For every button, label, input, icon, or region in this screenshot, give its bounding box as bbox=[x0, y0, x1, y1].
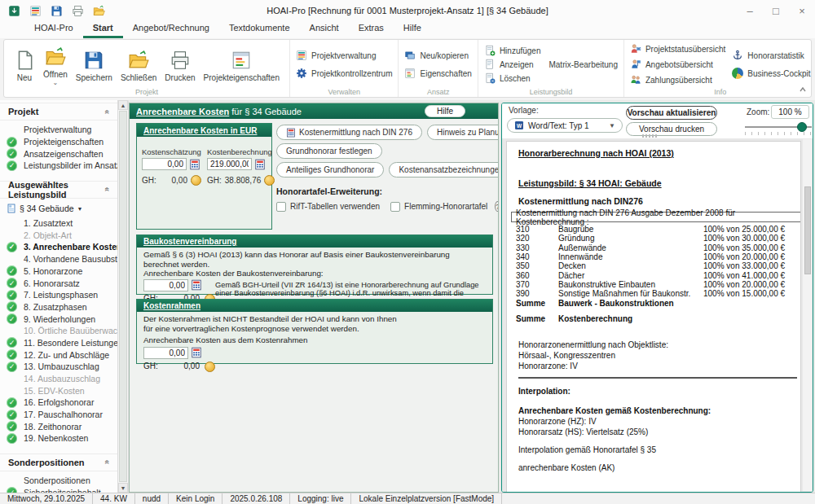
sidebar-item[interactable]: ✓ 9. Wiederholungen bbox=[0, 313, 117, 325]
coin-icon[interactable] bbox=[205, 362, 215, 372]
coin-icon[interactable] bbox=[191, 175, 201, 186]
sidebar-item[interactable]: ✓ 5. Honorarzone bbox=[0, 265, 117, 278]
sidebar-item[interactable]: ✓ 7. Leistungsphasen bbox=[0, 289, 117, 301]
collapse-icon[interactable]: « bbox=[104, 187, 112, 192]
sidebar-item[interactable]: ✓ 11. Besondere Leistungen bbox=[0, 337, 117, 349]
scroll-down-button[interactable]: ▼ bbox=[118, 483, 128, 493]
menu-item[interactable]: Extras bbox=[349, 21, 394, 38]
close-button[interactable]: × bbox=[789, 1, 815, 20]
matrix-bearbeitung-button[interactable]: Matrix-Bearbeitung bbox=[548, 60, 617, 69]
rift-tabellen-checkbox[interactable] bbox=[276, 202, 286, 212]
preview-scrollbar[interactable] bbox=[803, 139, 812, 491]
calculator-icon[interactable] bbox=[191, 279, 202, 291]
sidebar-section-header[interactable]: Ausgewähltes Leistungsbild « bbox=[0, 181, 117, 199]
anteiliges-grundhonorar-button[interactable]: Anteiliges Grundhonorar bbox=[276, 162, 384, 177]
sidebar-item[interactable]: ✓ 3. Anrechenbare Kosten bbox=[0, 241, 117, 253]
cost-code: 390 bbox=[516, 289, 558, 298]
menu-item[interactable]: Angebot/Rechnung bbox=[123, 21, 219, 38]
menu-item[interactable]: Hilfe bbox=[394, 21, 431, 38]
zahlungsuebersicht-button[interactable]: Zahlungsübersicht bbox=[630, 74, 725, 85]
eigenschaften-button[interactable]: Eigenschaften bbox=[404, 68, 471, 79]
angebotsuebersicht-button[interactable]: Angebotsübersicht bbox=[630, 59, 725, 70]
hilfe-button[interactable]: Hilfe bbox=[425, 105, 465, 117]
help-icon[interactable]: ? bbox=[495, 201, 498, 212]
menu-item[interactable]: Textdokumente bbox=[219, 21, 300, 38]
menu-item[interactable]: HOAI-Pro bbox=[24, 21, 83, 38]
sidebar-item[interactable]: ✓ 19. Nebenkosten bbox=[0, 432, 117, 445]
drucken-button[interactable]: Drucken bbox=[161, 47, 199, 82]
anzeigen-button[interactable]: Anzeigen bbox=[484, 59, 541, 70]
kostenermittlung-din276-button[interactable]: Kostenermittlung nach DIN 276 bbox=[276, 125, 422, 140]
speichern-button[interactable]: Speichern bbox=[72, 47, 117, 82]
sidebar-item[interactable]: ✓ 16. Erfolgshonorar bbox=[0, 397, 117, 409]
kostenschaetzung-input[interactable] bbox=[142, 158, 187, 170]
menu-item[interactable]: Start bbox=[83, 21, 123, 38]
maximize-button[interactable]: □ bbox=[763, 1, 789, 20]
calculator-icon[interactable] bbox=[191, 347, 202, 358]
sidebar-item[interactable]: ✓ Projektverwaltung bbox=[0, 124, 117, 136]
oeffnen-button[interactable]: Öffnen⌄ bbox=[39, 44, 72, 85]
collapse-icon[interactable]: « bbox=[104, 109, 112, 114]
ribbon-collapse-button[interactable] bbox=[799, 85, 807, 94]
sidebar-item[interactable]: ✓ Sicherheitseinbehalt bbox=[0, 487, 117, 493]
zoom-slider[interactable] bbox=[745, 126, 812, 128]
print-icon[interactable] bbox=[72, 5, 84, 17]
coin-icon[interactable] bbox=[264, 175, 275, 186]
schliessen-button[interactable]: Schließen bbox=[117, 47, 161, 82]
projektkontrollzentrum-button[interactable]: Projektkontrollzentrum bbox=[296, 68, 392, 79]
sidebar-item[interactable]: ✓ Projekteigenschaften bbox=[0, 136, 117, 148]
loeschen-button[interactable]: Löschen bbox=[484, 72, 541, 84]
minimize-button[interactable]: – bbox=[737, 1, 763, 20]
sidebar-leistungsbild-root[interactable]: § 34 Gebäude ▼ bbox=[0, 202, 117, 216]
zoom-slider-thumb[interactable] bbox=[797, 122, 807, 132]
projektverwaltung-button[interactable]: Projektverwaltung bbox=[296, 50, 392, 61]
sidebar-item[interactable]: ✓ Sonderpositionen bbox=[0, 475, 117, 487]
kostenansatzbezeichnungen-button[interactable]: Kostenansatzbezeichnungen bbox=[389, 162, 498, 177]
menu-item[interactable]: Ansicht bbox=[300, 21, 349, 38]
sidebar-item[interactable]: ✓ 8. Zusatzphasen bbox=[0, 301, 117, 313]
hinweis-planungsaenderungen-button[interactable]: Hinweis zu Planungsänderungen bbox=[427, 125, 498, 140]
kostenberechnung-input[interactable] bbox=[207, 158, 252, 170]
splitter-grip[interactable] bbox=[642, 134, 657, 138]
flemming-honorartafel-checkbox[interactable] bbox=[390, 202, 400, 212]
sidebar-item[interactable]: ✓ 6. Honorarsatz bbox=[0, 277, 117, 289]
sidebar-item[interactable]: ✓ 17. Pauschalhonorar bbox=[0, 409, 117, 421]
neu-button[interactable]: Neu bbox=[10, 47, 39, 82]
business-cockpit-button[interactable]: Business-Cockpit bbox=[732, 68, 810, 79]
sidebar-item[interactable]: ✓ Leistungsbilder im Ansatz bbox=[0, 160, 117, 172]
vorlage-dropdown[interactable]: Word/Text: Typ 1 ▼ bbox=[507, 118, 623, 133]
sidebar-item[interactable]: ✓ 2. Objekt-Art bbox=[0, 229, 117, 241]
sidebar-item[interactable]: ✓ 10. Örtliche Bauüberwachung bbox=[0, 325, 117, 337]
calculator-icon[interactable] bbox=[189, 159, 200, 170]
sidebar-item[interactable]: ✓ Ansatzeigenschaften bbox=[0, 147, 117, 160]
baukosten-input[interactable] bbox=[143, 279, 188, 291]
scroll-up-button[interactable]: ▲ bbox=[118, 100, 128, 110]
sidebar-scrollbar[interactable]: ▲ ▼ bbox=[118, 100, 129, 493]
projektstatusuebersicht-button[interactable]: Projektstatusübersicht bbox=[630, 43, 725, 55]
sidebar-item[interactable]: ✓ 15. EDV-Kosten bbox=[0, 384, 117, 397]
sidebar-item[interactable]: ✓ 4. Vorhandene Bausubstanz bbox=[0, 253, 117, 265]
app-icon[interactable] bbox=[8, 5, 20, 17]
scrollbar-thumb[interactable] bbox=[119, 111, 127, 482]
grundhonorar-festlegen-button[interactable]: Grundhonorar festlegen bbox=[276, 143, 382, 159]
project-list-icon[interactable] bbox=[29, 5, 42, 17]
sidebar-item[interactable]: ✓ 12. Zu- und Abschläge bbox=[0, 348, 117, 361]
hinzufuegen-button[interactable]: Hinzufügen bbox=[484, 45, 541, 56]
vorschau-aktualisieren-button[interactable]: Vorschau aktualisieren bbox=[626, 106, 717, 120]
sidebar-item[interactable]: ✓ 13. Umbauzuschlag bbox=[0, 361, 117, 373]
sidebar-section-header[interactable]: Projekt « bbox=[0, 103, 117, 121]
projekteigenschaften-button[interactable]: Projekteigenschaften bbox=[200, 47, 284, 82]
sidebar-item[interactable]: ✓ 14. Ausbauzuschlag bbox=[0, 373, 117, 385]
scrollbar-thumb[interactable] bbox=[804, 186, 811, 274]
sidebar-item[interactable]: ✓ 18. Zeithonorar bbox=[0, 420, 117, 432]
honorarstatistik-button[interactable]: Honorarstatistik bbox=[732, 50, 810, 61]
save-icon[interactable] bbox=[51, 5, 63, 17]
sidebar-item[interactable]: ✓ 1. Zusatztext bbox=[0, 217, 117, 230]
kostenrahmen-input[interactable] bbox=[143, 347, 188, 359]
neu-kopieren-button[interactable]: Neu/kopieren bbox=[404, 50, 471, 61]
sidebar-section-header[interactable]: Sonderpositionen « bbox=[0, 454, 117, 471]
calculator-icon[interactable] bbox=[254, 159, 266, 170]
open-folder-icon[interactable] bbox=[93, 5, 105, 17]
collapse-icon[interactable]: « bbox=[104, 460, 112, 465]
vorschau-drucken-button[interactable]: Vorschau drucken bbox=[626, 122, 717, 136]
